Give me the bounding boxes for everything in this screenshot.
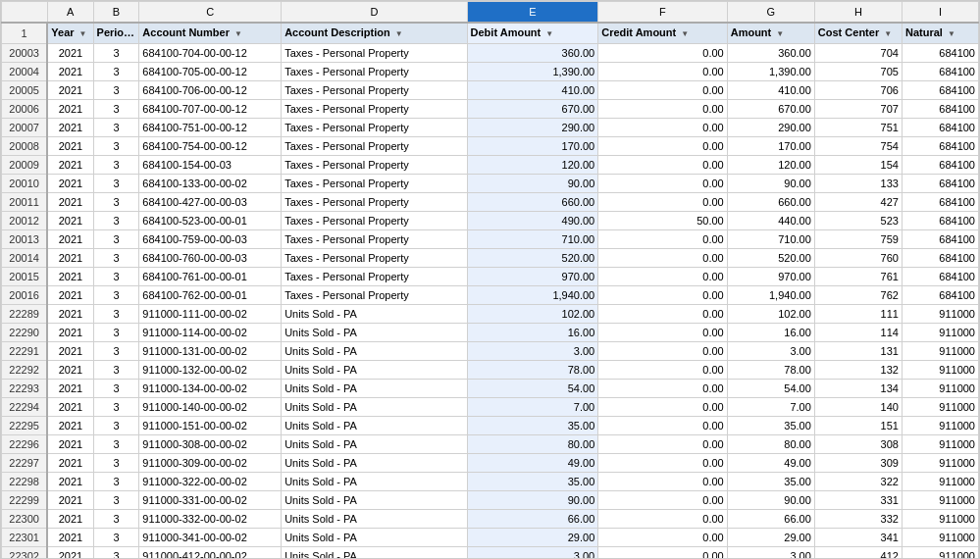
cell-cc[interactable]: 754	[814, 137, 902, 156]
cell-credit[interactable]: 0.00	[598, 249, 727, 268]
cell-debit[interactable]: 80.00	[467, 435, 598, 454]
cell-debit[interactable]: 7.00	[467, 398, 598, 417]
cell-debit[interactable]: 90.00	[467, 491, 598, 510]
cell-account[interactable]: 684100-706-00-00-12	[139, 81, 282, 100]
cell-desc[interactable]: Units Sold - PA	[282, 473, 467, 491]
cell-debit[interactable]: 66.00	[467, 510, 598, 529]
cell-cc[interactable]: 134	[814, 380, 902, 398]
cell-cc[interactable]: 151	[814, 417, 902, 435]
cell-credit[interactable]: 0.00	[598, 435, 727, 454]
col-header-A[interactable]: A	[47, 2, 93, 24]
col-header-B[interactable]: B	[93, 2, 139, 24]
cell-desc[interactable]: Taxes - Personal Property	[282, 100, 467, 119]
cell-cc[interactable]: 704	[814, 44, 902, 63]
cell-amount[interactable]: 360.00	[727, 44, 814, 63]
cell-desc[interactable]: Taxes - Personal Property	[282, 212, 467, 230]
cell-desc[interactable]: Units Sold - PA	[282, 305, 467, 324]
cell-year[interactable]: 2021	[47, 212, 93, 230]
cell-amount[interactable]: 80.00	[727, 435, 814, 454]
cell-credit[interactable]: 0.00	[598, 286, 727, 305]
cell-debit[interactable]: 670.00	[467, 100, 598, 119]
cell-cc[interactable]: 331	[814, 491, 902, 510]
cell-natural[interactable]: 684100	[902, 119, 978, 137]
cell-period[interactable]: 3	[93, 342, 139, 361]
cell-credit[interactable]: 0.00	[598, 324, 727, 342]
cell-desc[interactable]: Taxes - Personal Property	[282, 44, 467, 63]
cell-amount[interactable]: 35.00	[727, 417, 814, 435]
cell-debit[interactable]: 970.00	[467, 268, 598, 286]
cell-amount[interactable]: 90.00	[727, 491, 814, 510]
cell-year[interactable]: 2021	[47, 156, 93, 175]
cell-cc[interactable]: 308	[814, 435, 902, 454]
cell-account[interactable]: 911000-111-00-00-02	[139, 305, 282, 324]
cell-year[interactable]: 2021	[47, 454, 93, 473]
cell-credit[interactable]: 0.00	[598, 156, 727, 175]
cell-natural[interactable]: 911000	[902, 510, 978, 529]
cell-debit[interactable]: 1,940.00	[467, 286, 598, 305]
field-credit[interactable]: Credit Amount ▼	[598, 23, 727, 44]
cell-cc[interactable]: 751	[814, 119, 902, 137]
cell-amount[interactable]: 90.00	[727, 175, 814, 193]
cell-natural[interactable]: 684100	[902, 175, 978, 193]
cell-credit[interactable]: 0.00	[598, 510, 727, 529]
cell-desc[interactable]: Taxes - Personal Property	[282, 249, 467, 268]
cell-account[interactable]: 911000-309-00-00-02	[139, 454, 282, 473]
cell-natural[interactable]: 684100	[902, 137, 978, 156]
cell-account[interactable]: 911000-322-00-00-02	[139, 473, 282, 491]
cell-natural[interactable]: 684100	[902, 268, 978, 286]
cell-cc[interactable]: 131	[814, 342, 902, 361]
cell-desc[interactable]: Taxes - Personal Property	[282, 286, 467, 305]
cell-credit[interactable]: 0.00	[598, 44, 727, 63]
cell-cc[interactable]: 133	[814, 175, 902, 193]
cell-year[interactable]: 2021	[47, 268, 93, 286]
cell-credit[interactable]: 0.00	[598, 547, 727, 560]
cell-year[interactable]: 2021	[47, 100, 93, 119]
cell-debit[interactable]: 102.00	[467, 305, 598, 324]
cell-period[interactable]: 3	[93, 435, 139, 454]
cell-desc[interactable]: Taxes - Personal Property	[282, 268, 467, 286]
cell-year[interactable]: 2021	[47, 63, 93, 81]
cell-cc[interactable]: 427	[814, 193, 902, 212]
cell-desc[interactable]: Taxes - Personal Property	[282, 230, 467, 249]
cell-natural[interactable]: 911000	[902, 380, 978, 398]
cell-account[interactable]: 684100-523-00-00-01	[139, 212, 282, 230]
cell-amount[interactable]: 29.00	[727, 529, 814, 547]
cell-credit[interactable]: 0.00	[598, 268, 727, 286]
cell-natural[interactable]: 684100	[902, 81, 978, 100]
cell-year[interactable]: 2021	[47, 342, 93, 361]
cell-debit[interactable]: 170.00	[467, 137, 598, 156]
cell-credit[interactable]: 0.00	[598, 81, 727, 100]
cell-cc[interactable]: 707	[814, 100, 902, 119]
cell-amount[interactable]: 710.00	[727, 230, 814, 249]
cell-year[interactable]: 2021	[47, 119, 93, 137]
cell-period[interactable]: 3	[93, 510, 139, 529]
cell-amount[interactable]: 35.00	[727, 473, 814, 491]
cell-period[interactable]: 3	[93, 547, 139, 560]
cell-credit[interactable]: 0.00	[598, 417, 727, 435]
cell-year[interactable]: 2021	[47, 286, 93, 305]
cell-period[interactable]: 3	[93, 230, 139, 249]
cell-cc[interactable]: 706	[814, 81, 902, 100]
cell-credit[interactable]: 50.00	[598, 212, 727, 230]
cell-account[interactable]: 911000-332-00-00-02	[139, 510, 282, 529]
cell-amount[interactable]: 78.00	[727, 361, 814, 380]
cell-natural[interactable]: 684100	[902, 286, 978, 305]
cell-desc[interactable]: Taxes - Personal Property	[282, 175, 467, 193]
cell-account[interactable]: 911000-412-00-00-02	[139, 547, 282, 560]
cell-debit[interactable]: 29.00	[467, 529, 598, 547]
cell-account[interactable]: 911000-132-00-00-02	[139, 361, 282, 380]
cell-desc[interactable]: Taxes - Personal Property	[282, 137, 467, 156]
cell-year[interactable]: 2021	[47, 305, 93, 324]
field-natural[interactable]: Natural ▼	[902, 23, 978, 44]
field-debit[interactable]: Debit Amount ▼	[467, 23, 598, 44]
cell-account[interactable]: 911000-341-00-00-02	[139, 529, 282, 547]
cell-year[interactable]: 2021	[47, 473, 93, 491]
cell-year[interactable]: 2021	[47, 175, 93, 193]
cell-amount[interactable]: 16.00	[727, 324, 814, 342]
cell-year[interactable]: 2021	[47, 230, 93, 249]
cell-debit[interactable]: 3.00	[467, 342, 598, 361]
cell-debit[interactable]: 1,390.00	[467, 63, 598, 81]
cell-account[interactable]: 911000-131-00-00-02	[139, 342, 282, 361]
cell-amount[interactable]: 970.00	[727, 268, 814, 286]
col-header-H[interactable]: H	[814, 2, 902, 24]
